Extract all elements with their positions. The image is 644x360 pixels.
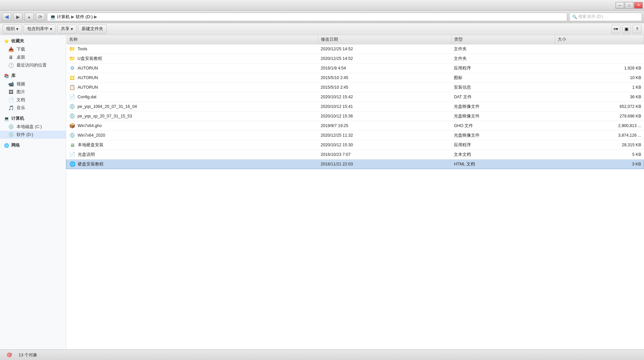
sidebar-item-downloads[interactable]: 📥 下载 bbox=[0, 45, 66, 53]
file-name-cell: ⚙ AUTORUN bbox=[66, 64, 318, 73]
table-row[interactable]: 💿 Win7x64_2020 2020/12/25 11:32 光盘映像文件 3… bbox=[66, 131, 644, 140]
drive-d-icon: 💿 bbox=[8, 132, 14, 138]
file-icon: ⚙ bbox=[69, 65, 76, 71]
table-row[interactable]: 💿 pe_yqs_1064_20_07_31_16_04 2020/10/12 … bbox=[66, 102, 644, 112]
file-type: 光盘映像文件 bbox=[451, 102, 555, 112]
minimize-button[interactable]: ─ bbox=[616, 2, 624, 9]
network-label: 网络 bbox=[11, 143, 20, 148]
file-size: 1 KB bbox=[555, 83, 644, 92]
file-name-cell: 💿 Win7x64_2020 bbox=[66, 131, 318, 140]
file-name-cell: 💿 pe_yqs_xp_20_07_31_15_53 bbox=[66, 112, 318, 121]
sidebar-item-videos[interactable]: 📹 视频 bbox=[0, 80, 66, 88]
file-modified: 2020/12/25 14:52 bbox=[318, 44, 451, 54]
file-name-cell: 📄 Config.dat bbox=[66, 92, 318, 102]
organize-label: 组织 bbox=[6, 26, 15, 32]
table-row[interactable]: ⚙ AUTORUN 2016/1/8 4:54 应用程序 1,926 KB bbox=[66, 64, 644, 73]
share-button[interactable]: 共享 ▾ bbox=[57, 24, 77, 34]
sidebar-item-desktop[interactable]: 🖥 桌面 bbox=[0, 53, 66, 61]
pictures-icon: 🖼 bbox=[8, 89, 14, 95]
file-modified: 2020/10/12 15:30 bbox=[318, 140, 451, 150]
table-row[interactable]: 📄 光盘说明 2016/10/23 7:07 文本文档 5 KB bbox=[66, 150, 644, 159]
favorites-header[interactable]: ⭐ 收藏夹 bbox=[0, 37, 66, 45]
back-button[interactable]: ◀ bbox=[2, 13, 11, 21]
file-size bbox=[555, 54, 644, 64]
window-controls: ─ □ ✕ bbox=[616, 2, 643, 9]
table-row[interactable]: 📦 Win7x64.gho 2019/9/7 19:25 GHO 文件 2,90… bbox=[66, 121, 644, 131]
up-button[interactable]: ▲ bbox=[24, 13, 34, 21]
pictures-label: 图片 bbox=[17, 89, 25, 95]
file-name: AUTORUN bbox=[78, 66, 98, 70]
file-name: U盘安装教程 bbox=[78, 56, 102, 62]
table-row[interactable]: 📁 U盘安装教程 2020/12/25 14:52 文件夹 bbox=[66, 54, 644, 64]
sidebar-item-documents[interactable]: 📄 文档 bbox=[0, 96, 66, 104]
table-row[interactable]: 📁 Tools 2020/12/25 14:52 文件夹 bbox=[66, 44, 644, 54]
file-modified: 2016/10/23 7:07 bbox=[318, 150, 451, 159]
breadcrumb-drive: 软件 (D:) bbox=[76, 14, 93, 20]
organize-button[interactable]: 组织 ▾ bbox=[3, 24, 22, 34]
col-modified[interactable]: 修改日期 bbox=[318, 35, 451, 44]
organize-arrow: ▾ bbox=[16, 26, 19, 31]
col-name[interactable]: 名称 bbox=[66, 35, 318, 44]
status-icon: 🎯 bbox=[4, 350, 15, 360]
table-row[interactable]: 📄 Config.dat 2020/10/12 15:42 DAT 文件 36 … bbox=[66, 92, 644, 102]
file-type: HTML 文档 bbox=[451, 159, 555, 169]
preview-pane-button[interactable]: ▣ bbox=[622, 25, 631, 33]
recent-label: 最近访问的位置 bbox=[17, 63, 47, 68]
file-modified: 2016/1/8 4:54 bbox=[318, 64, 451, 73]
file-size: 36 KB bbox=[555, 92, 644, 102]
desktop-icon: 🖥 bbox=[8, 54, 14, 60]
downloads-label: 下载 bbox=[17, 47, 25, 52]
computer-header[interactable]: 💻 计算机 bbox=[0, 114, 66, 123]
table-row[interactable]: 🌐 硬盘安装教程 2016/11/21 22:03 HTML 文档 3 KB bbox=[66, 159, 644, 169]
file-size: 1,926 KB bbox=[555, 64, 644, 73]
sidebar-item-pictures[interactable]: 🖼 图片 bbox=[0, 88, 66, 96]
col-size[interactable]: 大小 bbox=[555, 35, 644, 44]
file-type: 应用程序 bbox=[451, 140, 555, 150]
file-type: 文件夹 bbox=[451, 54, 555, 64]
file-list-header: 名称 修改日期 类型 大小 bbox=[66, 35, 644, 44]
file-name: pe_yqs_1064_20_07_31_16_04 bbox=[78, 104, 137, 109]
forward-button[interactable]: ▶ bbox=[13, 13, 22, 21]
new-folder-button[interactable]: 新建文件夹 bbox=[78, 24, 107, 34]
file-type: 安装信息 bbox=[451, 83, 555, 92]
favorites-icon: ⭐ bbox=[4, 39, 9, 44]
library-label: 库 bbox=[11, 73, 16, 79]
network-header[interactable]: 🌐 网络 bbox=[0, 141, 66, 150]
maximize-button[interactable]: □ bbox=[625, 2, 633, 9]
file-name-cell: 💿 pe_yqs_1064_20_07_31_16_04 bbox=[66, 102, 318, 112]
help-button[interactable]: ? bbox=[633, 25, 641, 33]
documents-icon: 📄 bbox=[8, 97, 14, 103]
main-layout: ⭐ 收藏夹 📥 下载 🖥 桌面 🕐 最近访问的位置 📚 库 bbox=[0, 35, 644, 349]
col-type[interactable]: 类型 bbox=[451, 35, 555, 44]
search-bar[interactable]: 🔍 搜索 软件 (D:) bbox=[569, 13, 642, 21]
file-modified: 2020/10/12 15:42 bbox=[318, 92, 451, 102]
sidebar-item-drive-c[interactable]: 💿 本地磁盘 (C:) bbox=[0, 123, 66, 131]
sidebar-item-music[interactable]: 🎵 音乐 bbox=[0, 104, 66, 112]
view-toggle-button[interactable]: ≡▾ bbox=[612, 25, 620, 33]
file-name-cell: 🖥 本地硬盘安装 bbox=[66, 140, 318, 150]
file-type: 文件夹 bbox=[451, 44, 555, 54]
table-row[interactable]: 🖥 本地硬盘安装 2020/10/12 15:30 应用程序 28,315 KB bbox=[66, 140, 644, 150]
refresh-button[interactable]: ⟳ bbox=[36, 13, 45, 21]
close-button[interactable]: ✕ bbox=[634, 2, 643, 9]
file-name: Tools bbox=[78, 47, 87, 51]
library-header[interactable]: 📚 库 bbox=[0, 72, 66, 80]
table-row[interactable]: 📋 AUTORUN 2015/5/10 2:45 安装信息 1 KB bbox=[66, 83, 644, 92]
file-size: 279,696 KB bbox=[555, 112, 644, 121]
file-icon: 💿 bbox=[69, 103, 76, 110]
breadcrumb[interactable]: 💻 计算机 ▶ 软件 (D:) ▶ bbox=[47, 13, 567, 21]
include-in-lib-button[interactable]: 包含到库中 ▾ bbox=[23, 24, 56, 34]
file-icon: 🖼 bbox=[69, 74, 76, 81]
breadcrumb-computer[interactable]: 计算机 bbox=[57, 14, 70, 20]
address-bar: ◀ ▶ ▲ ⟳ 💻 计算机 ▶ 软件 (D:) ▶ 🔍 搜索 软件 (D:) bbox=[0, 11, 644, 23]
computer-section: 💻 计算机 💿 本地磁盘 (C:) 💿 软件 (D:) bbox=[0, 114, 66, 139]
file-modified: 2020/10/12 15:36 bbox=[318, 112, 451, 121]
sidebar-item-drive-d[interactable]: 💿 软件 (D:) bbox=[0, 131, 66, 139]
music-icon: 🎵 bbox=[8, 105, 14, 111]
sidebar-item-recent[interactable]: 🕐 最近访问的位置 bbox=[0, 61, 66, 69]
file-size: 5 KB bbox=[555, 150, 644, 159]
table-row[interactable]: 💿 pe_yqs_xp_20_07_31_15_53 2020/10/12 15… bbox=[66, 112, 644, 121]
table-row[interactable]: 🖼 AUTORUN 2015/5/10 2:45 图标 10 KB bbox=[66, 73, 644, 83]
file-name: AUTORUN bbox=[78, 75, 98, 80]
file-icon: 🌐 bbox=[69, 161, 76, 167]
